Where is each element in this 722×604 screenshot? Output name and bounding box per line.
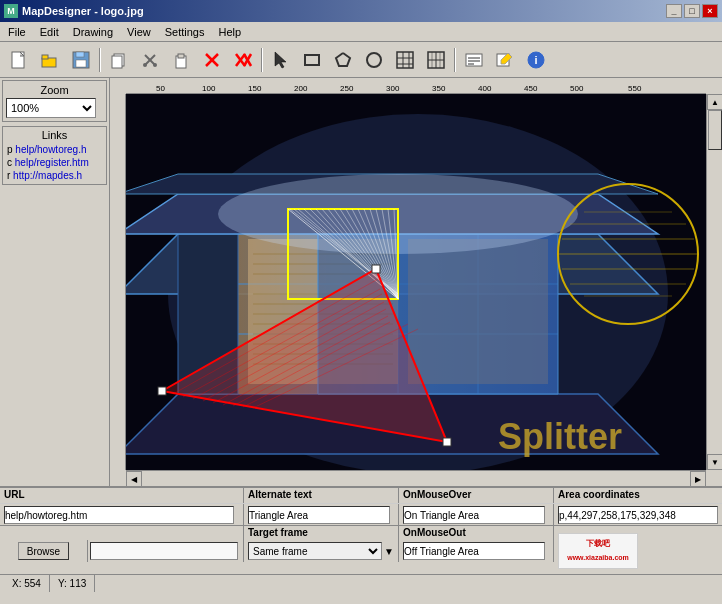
toolbar-separator-3 — [454, 48, 456, 72]
status-bar: X: 554 Y: 113 — [0, 574, 722, 592]
svg-rect-7 — [112, 56, 122, 68]
select-tool-button[interactable] — [266, 46, 296, 74]
image-canvas[interactable]: Splitter — [126, 94, 706, 470]
url-label: URL — [0, 488, 244, 503]
scroll-thumb-v[interactable] — [708, 110, 722, 150]
url-input[interactable] — [4, 506, 234, 524]
svg-text:下载吧: 下载吧 — [586, 539, 611, 548]
bottom-inputs-row-1 — [0, 504, 722, 526]
delete-button-2[interactable] — [228, 46, 258, 74]
save-button[interactable] — [66, 46, 96, 74]
alt-text-field-container — [244, 504, 399, 525]
svg-rect-2 — [42, 55, 48, 59]
open-button[interactable] — [35, 46, 65, 74]
area-coords-label: Area coordinates — [554, 488, 722, 503]
menu-view[interactable]: View — [121, 24, 157, 40]
status-x: X: 554 — [4, 575, 50, 592]
bottom-labels-row: URL Alternate text OnMouseOver Area coor… — [0, 488, 722, 504]
rect-tool-button[interactable] — [297, 46, 327, 74]
paste-button[interactable] — [166, 46, 196, 74]
poly-tool-button[interactable] — [328, 46, 358, 74]
circle-tool-button[interactable] — [359, 46, 389, 74]
svg-rect-21 — [305, 55, 319, 65]
menu-file[interactable]: File — [2, 24, 32, 40]
new-button[interactable] — [4, 46, 34, 74]
cut-button[interactable] — [135, 46, 165, 74]
onmouseover-field-container — [399, 504, 554, 525]
grid-tool-button[interactable] — [390, 46, 420, 74]
alt-text-input[interactable] — [248, 506, 390, 524]
area-coords-field-container — [554, 504, 722, 525]
svg-rect-108 — [158, 387, 166, 395]
scrollbar-horizontal[interactable]: ◀ ▶ — [126, 470, 706, 486]
zoom-select[interactable]: 100% 25% 50% 75% 150% 200% — [6, 98, 96, 118]
toolbar-separator-2 — [261, 48, 263, 72]
target-frame-select[interactable]: Same frame New window Parent frame — [248, 542, 382, 560]
link-item-1[interactable]: p help/howtoreg.h — [5, 143, 104, 156]
svg-text:i: i — [534, 54, 537, 66]
svg-text:www.xiazaiba.com: www.xiazaiba.com — [566, 554, 629, 561]
svg-rect-13 — [178, 54, 184, 58]
maximize-button[interactable]: □ — [684, 4, 700, 18]
onmouseout-field-container — [399, 540, 554, 562]
canvas-svg: Splitter — [126, 94, 706, 470]
svg-rect-4 — [76, 52, 84, 57]
properties-button-1[interactable] — [459, 46, 489, 74]
svg-point-11 — [153, 63, 157, 67]
onmouseout-input[interactable] — [403, 542, 545, 560]
info-button[interactable]: i — [521, 46, 551, 74]
onmouseover-input[interactable] — [403, 506, 545, 524]
url-spacer — [0, 526, 244, 540]
target-dropdown-icon: ▼ — [384, 546, 394, 557]
minimize-button[interactable]: _ — [666, 4, 682, 18]
scroll-right-button[interactable]: ▶ — [690, 471, 706, 486]
link-item-3[interactable]: r http://mapdes.h — [5, 169, 104, 182]
menu-help[interactable]: Help — [212, 24, 247, 40]
svg-point-22 — [367, 53, 381, 67]
toolbar: i — [0, 42, 722, 78]
zoom-box: Zoom 100% 25% 50% 75% 150% 200% — [2, 80, 107, 122]
menu-edit[interactable]: Edit — [34, 24, 65, 40]
svg-text:Splitter: Splitter — [498, 416, 622, 457]
browse-container: Browse — [0, 540, 88, 562]
scroll-left-button[interactable]: ◀ — [126, 471, 142, 486]
url-input-row2-field[interactable] — [90, 542, 238, 560]
svg-rect-109 — [372, 265, 380, 273]
bottom-inputs-row-2: Browse Same frame New window Parent fram… — [0, 540, 722, 562]
watermark-area: 下载吧 www.xiazaiba.com — [554, 540, 722, 562]
sidebar: Zoom 100% 25% 50% 75% 150% 200% Links p … — [0, 78, 110, 486]
menu-drawing[interactable]: Drawing — [67, 24, 119, 40]
scroll-track-v[interactable] — [707, 110, 722, 454]
url-field-container — [0, 504, 244, 525]
zoom-label: Zoom — [6, 84, 103, 96]
delete-button-1[interactable] — [197, 46, 227, 74]
close-button[interactable]: × — [702, 4, 718, 18]
svg-point-10 — [143, 63, 147, 67]
svg-rect-23 — [397, 52, 413, 68]
menu-settings[interactable]: Settings — [159, 24, 211, 40]
menu-bar: File Edit Drawing View Settings Help — [0, 22, 722, 42]
scroll-track-h[interactable] — [142, 471, 690, 486]
copy-button[interactable] — [104, 46, 134, 74]
window-controls[interactable]: _ □ × — [666, 4, 718, 18]
scroll-up-button[interactable]: ▲ — [707, 94, 722, 110]
onmouseout-label: OnMouseOut — [399, 526, 554, 540]
app-icon: M — [4, 4, 18, 18]
canvas-area[interactable]: 50 100 150 200 250 300 350 400 450 500 5… — [110, 78, 722, 486]
scrollbar-vertical[interactable]: ▲ ▼ — [706, 94, 722, 470]
scroll-down-button[interactable]: ▼ — [707, 454, 722, 470]
properties-button-2[interactable] — [490, 46, 520, 74]
main-content: Zoom 100% 25% 50% 75% 150% 200% Links p … — [0, 78, 722, 486]
area-coords-input[interactable] — [558, 506, 718, 524]
onmouseover-label: OnMouseOver — [399, 488, 554, 503]
table-tool-button[interactable] — [421, 46, 451, 74]
link-item-2[interactable]: c help/register.htm — [5, 156, 104, 169]
title-text: M MapDesigner - logo.jpg — [4, 4, 144, 18]
links-label: Links — [5, 129, 104, 141]
target-frame-label: Target frame — [244, 526, 399, 540]
watermark-logo: 下载吧 www.xiazaiba.com — [558, 533, 638, 569]
status-y: Y: 113 — [50, 575, 95, 592]
bottom-panel: URL Alternate text OnMouseOver Area coor… — [0, 486, 722, 574]
browse-button[interactable]: Browse — [18, 542, 69, 560]
ruler-top: 50 100 150 200 250 300 350 400 450 500 5… — [126, 78, 706, 94]
